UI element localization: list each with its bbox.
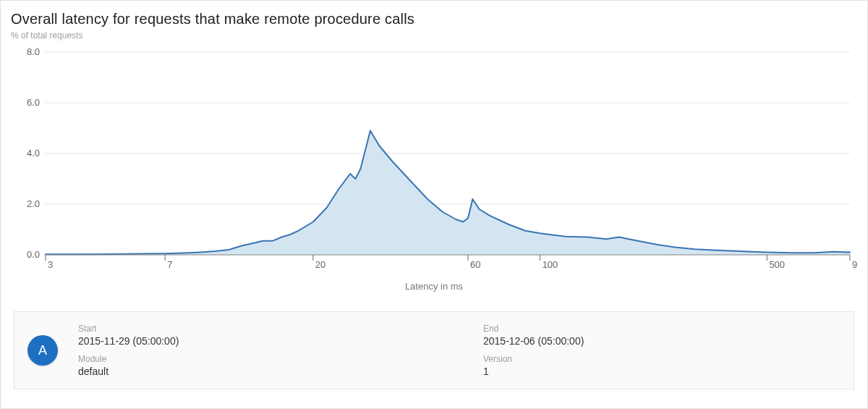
svg-text:900: 900 — [852, 259, 857, 270]
latency-panel: Overall latency for requests that make r… — [0, 0, 868, 409]
svg-text:3: 3 — [48, 259, 53, 270]
value-module: default — [78, 366, 454, 377]
svg-text:0.0: 0.0 — [27, 249, 40, 260]
label-start: Start — [78, 324, 454, 334]
svg-text:4.0: 4.0 — [27, 148, 40, 159]
latency-chart: 0.02.04.06.08.0372060100500900 Latency i… — [11, 45, 857, 291]
x-axis-label: Latency in ms — [11, 281, 857, 292]
svg-text:100: 100 — [542, 259, 558, 270]
report-info-grid: Start 2015-11-29 (05:00:00) End 2015-12-… — [78, 324, 841, 377]
chart-title: Overall latency for requests that make r… — [11, 11, 859, 28]
info-version: Version 1 — [483, 354, 841, 377]
report-badge: A — [27, 335, 58, 366]
value-end: 2015-12-06 (05:00:00) — [483, 335, 841, 347]
value-version: 1 — [483, 366, 841, 377]
chart-svg: 0.02.04.06.08.0372060100500900 — [11, 45, 857, 277]
svg-text:6.0: 6.0 — [27, 97, 40, 108]
svg-text:60: 60 — [470, 259, 480, 270]
svg-text:20: 20 — [315, 259, 326, 270]
svg-text:2.0: 2.0 — [27, 198, 40, 209]
svg-text:7: 7 — [167, 259, 172, 270]
label-version: Version — [483, 354, 841, 364]
value-start: 2015-11-29 (05:00:00) — [78, 335, 454, 347]
label-end: End — [483, 324, 841, 334]
svg-text:8.0: 8.0 — [27, 46, 40, 57]
info-module: Module default — [78, 354, 454, 377]
label-module: Module — [78, 354, 454, 364]
info-end: End 2015-12-06 (05:00:00) — [483, 324, 841, 347]
info-start: Start 2015-11-29 (05:00:00) — [78, 324, 454, 347]
chart-subtitle: % of total requests — [11, 30, 859, 41]
report-info-card: A Start 2015-11-29 (05:00:00) End 2015-1… — [14, 311, 854, 389]
svg-text:500: 500 — [769, 259, 785, 270]
